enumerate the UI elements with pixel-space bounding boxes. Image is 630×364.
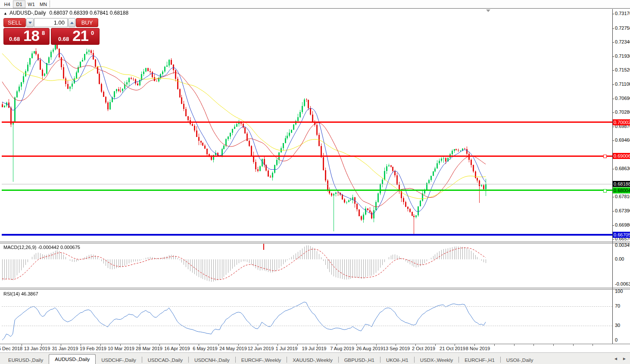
- price-axis-label: 0.67810: [615, 194, 630, 199]
- price-tag: 0.69006: [613, 153, 630, 159]
- time-axis-tick: [140, 344, 140, 346]
- tab-usoil-daily[interactable]: USOil-,Daily: [501, 356, 539, 364]
- price-axis-label: 0.70690: [615, 96, 630, 101]
- time-axis-border: [0, 344, 630, 344]
- buy-price-pip: 0: [91, 30, 94, 36]
- volume-decrease-button[interactable]: [26, 18, 34, 27]
- time-axis-label: 10 Mar 2019: [108, 346, 134, 351]
- sell-price-main: 18: [23, 27, 39, 44]
- rsi-axis-label: 30: [615, 323, 620, 328]
- tab-scroll-right-icon[interactable]: ►: [622, 356, 627, 361]
- line-handle[interactable]: [603, 189, 607, 193]
- collapse-arrow-icon[interactable]: ▲: [3, 11, 7, 16]
- panel-separator[interactable]: [0, 289, 630, 289]
- timeframe-toolbar: H4D1W1MN: [0, 0, 630, 8]
- chart-tabs: EURUSD-,DailyAUDUSD-,DailyUSDCHF-,DailyU…: [3, 353, 539, 364]
- sell-button[interactable]: SELL: [3, 18, 26, 27]
- tab-scroll-left-icon[interactable]: ◄: [614, 356, 618, 361]
- volume-input[interactable]: [34, 18, 68, 27]
- panel-separator[interactable]: [0, 242, 630, 242]
- horizontal-line-object[interactable]: [2, 184, 612, 184]
- chart-symbol-label: AUDUSD-,Daily: [9, 10, 46, 16]
- arrow-up-icon: [70, 22, 74, 24]
- horizontal-line-object[interactable]: [2, 121, 612, 123]
- horizontal-line-object[interactable]: [2, 234, 612, 236]
- horizontal-line-object[interactable]: [2, 156, 612, 157]
- time-axis-tick: [376, 344, 377, 346]
- panel-separator[interactable]: [0, 243, 630, 243]
- rsi-level-line: [2, 306, 612, 307]
- time-axis-tick: [593, 344, 593, 346]
- time-axis-label: 2 Oct 2019: [412, 346, 435, 351]
- time-axis-label: 25 Dec 2018: [0, 346, 22, 351]
- buy-button[interactable]: BUY: [76, 18, 98, 27]
- price-axis-tick: [612, 28, 614, 29]
- price-axis-label: 0.66980: [615, 222, 630, 227]
- price-axis-label: 0.73170: [615, 11, 630, 16]
- time-axis-tick: [337, 344, 337, 346]
- horizontal-line-object[interactable]: [2, 190, 612, 191]
- price-axis-tick: [612, 14, 614, 14]
- time-axis-label: 31 Jan 2019: [52, 346, 78, 351]
- time-axis-label: 19 Jul 2019: [302, 346, 327, 351]
- rsi-canvas[interactable]: [2, 289, 612, 344]
- time-axis-tick: [553, 344, 554, 346]
- tab-usdcnh-daily[interactable]: USDCNH-,Daily: [189, 356, 235, 364]
- price-axis-label: 0.68630: [615, 166, 630, 171]
- time-axis-tick: [474, 344, 475, 346]
- tab-gbpusd-h1[interactable]: GBPUSD-,H1: [339, 356, 380, 364]
- macd-event-marker: [263, 244, 264, 250]
- tab-ukoil-h1[interactable]: UKOil-,H1: [380, 356, 414, 364]
- price-axis-tick: [612, 225, 614, 226]
- time-axis-tick: [317, 344, 318, 346]
- chart-shift-marker-icon[interactable]: [486, 9, 490, 12]
- price-axis-label: 0.67390: [615, 208, 630, 213]
- sell-price-tile[interactable]: 0.68 18 8: [3, 28, 50, 45]
- timeframe-button-d1[interactable]: D1: [13, 0, 25, 8]
- chart-window: ▲AUDUSD-,Daily0.68037 0.68339 0.67841 0.…: [0, 9, 630, 352]
- timeframe-button-h4[interactable]: H4: [1, 0, 13, 8]
- tab-usdcad-daily[interactable]: USDCAD-,Daily: [142, 356, 188, 364]
- tab-usdchf-daily[interactable]: USDCHF-,Daily: [96, 356, 142, 364]
- time-axis-tick: [278, 344, 278, 346]
- time-axis-tick: [258, 344, 258, 346]
- sell-price-pip: 8: [42, 30, 45, 36]
- tab-usdx-weekly[interactable]: USDX-,Weekly: [415, 356, 458, 364]
- time-axis-tick: [81, 344, 81, 346]
- time-axis-label: 21 Oct 2019: [440, 346, 465, 351]
- buy-price-tile[interactable]: 0.68 21 0: [51, 28, 100, 45]
- tab-xauusd-weekly[interactable]: XAUUSD-,Weekly: [287, 356, 338, 364]
- tab-eurchf-weekly[interactable]: EURCHF-,Weekly: [236, 356, 287, 364]
- toolbar-separator: [50, 0, 51, 7]
- line-handle[interactable]: [603, 155, 607, 158]
- time-axis-tick: [494, 344, 495, 346]
- price-axis-label: 0.72340: [615, 39, 630, 44]
- time-axis-label: 26 Aug 2019: [356, 346, 383, 351]
- timeframe-button-w1[interactable]: W1: [25, 0, 37, 8]
- price-tag: 0.68188: [613, 181, 630, 187]
- price-axis-tick: [612, 84, 614, 85]
- tab-audusd-daily[interactable]: AUDUSD-,Daily: [49, 354, 96, 364]
- time-axis-tick: [120, 344, 121, 346]
- price-axis-tick: [612, 112, 614, 113]
- price-axis-label: 0.70280: [615, 109, 630, 115]
- time-axis-tick: [455, 344, 455, 346]
- price-axis-tick: [612, 140, 614, 141]
- time-axis-tick: [514, 344, 515, 346]
- panel-separator[interactable]: [0, 288, 630, 288]
- price-axis-label: 0.71520: [615, 67, 630, 72]
- price-axis-label: 0.72750: [615, 25, 630, 31]
- tab-eurchf-h1[interactable]: EURCHF-,H1: [459, 356, 500, 364]
- price-axis-tick: [612, 56, 614, 57]
- macd-indicator-label: MACD(12,26,9) -0.000442 0.000675: [3, 245, 80, 250]
- macd-canvas[interactable]: [2, 243, 612, 288]
- volume-increase-button[interactable]: [68, 18, 75, 27]
- arrow-down-icon: [28, 22, 32, 24]
- price-axis-tick: [612, 239, 614, 240]
- chart-tab-bar: EURUSD-,DailyAUDUSD-,DailyUSDCHF-,DailyU…: [0, 352, 630, 364]
- tab-eurusd-daily[interactable]: EURUSD-,Daily: [3, 356, 49, 364]
- price-tag: 0.70002: [613, 119, 630, 125]
- timeframe-button-mn[interactable]: MN: [37, 0, 50, 8]
- price-axis-tick: [612, 169, 614, 169]
- price-axis-line: [612, 9, 613, 344]
